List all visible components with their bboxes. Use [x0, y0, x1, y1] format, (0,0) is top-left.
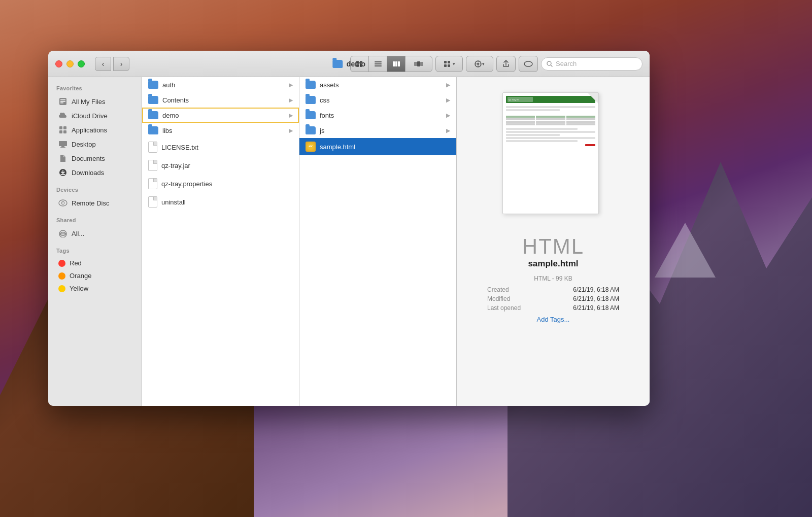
sidebar-item-remote-disc[interactable]: Remote Disc — [50, 196, 140, 210]
file-label-qz-jar: qz-tray.jar — [161, 162, 293, 169]
tag-button-group — [519, 56, 538, 72]
downloads-icon — [58, 168, 67, 177]
file-label-css: css — [320, 96, 442, 104]
file-item-assets[interactable]: assets ▶ — [299, 77, 456, 92]
action-button-group: ▾ — [466, 56, 493, 72]
list-view-button[interactable] — [369, 56, 387, 72]
desktop-icon — [58, 140, 67, 149]
yellow-tag-dot — [58, 285, 65, 292]
svg-rect-16 — [448, 64, 450, 67]
file-item-qz-jar[interactable]: qz-tray.jar — [142, 156, 299, 175]
svg-rect-4 — [375, 61, 382, 62]
search-placeholder: Search — [556, 60, 577, 67]
grid-options-button[interactable]: ▾ — [436, 56, 462, 72]
chevron-icon: ▶ — [446, 97, 450, 104]
tag-button[interactable] — [519, 56, 537, 72]
add-tags-button[interactable]: Add Tags... — [537, 316, 570, 323]
preview-metadata: Created 6/21/19, 6:18 AM Modified 6/21/1… — [487, 286, 619, 314]
svg-line-25 — [551, 65, 552, 66]
sidebar-item-documents[interactable]: Documents — [50, 151, 140, 165]
file-icon — [148, 196, 157, 208]
sidebar-label-applications: Applications — [72, 126, 107, 134]
sidebar-label-icloud-drive: iCloud Drive — [72, 112, 108, 120]
icloud-drive-icon — [58, 111, 67, 120]
file-item-qz-properties[interactable]: qz-tray.properties — [142, 175, 299, 193]
svg-rect-29 — [60, 102, 63, 104]
sidebar-item-applications[interactable]: Applications — [50, 123, 140, 137]
chevron-icon: ▶ — [446, 82, 450, 88]
svg-rect-15 — [444, 64, 447, 67]
svg-rect-14 — [448, 61, 450, 63]
column-view-button[interactable] — [387, 56, 405, 72]
sidebar-item-icloud-drive[interactable]: iCloud Drive — [50, 109, 140, 123]
sidebar-item-shared-all[interactable]: All... — [50, 226, 140, 240]
action-button[interactable]: ▾ — [466, 56, 493, 72]
all-files-icon — [58, 97, 67, 106]
file-item-uninstall[interactable]: uninstall — [142, 193, 299, 211]
file-label-demo: demo — [162, 112, 285, 119]
main-content: Favorites All My Files — [48, 77, 650, 406]
file-label-assets: assets — [320, 81, 442, 89]
created-value: 6/21/19, 6:18 AM — [573, 286, 619, 293]
file-item-sample-html[interactable]: sample.html — [299, 138, 456, 155]
modified-label: Modified — [487, 295, 510, 302]
svg-rect-27 — [60, 99, 65, 100]
svg-rect-6 — [375, 65, 382, 66]
sidebar: Favorites All My Files — [48, 77, 142, 406]
file-label-contents: Contents — [162, 96, 285, 104]
minimize-button[interactable] — [66, 60, 74, 67]
svg-rect-33 — [63, 126, 66, 129]
sidebar-label-remote-disc: Remote Disc — [72, 199, 109, 207]
preview-type-size: HTML - 99 KB — [534, 275, 572, 282]
share-button[interactable] — [497, 56, 515, 72]
documents-icon — [58, 154, 67, 163]
last-opened-row: Last opened 6/21/19, 6:18 AM — [487, 304, 619, 312]
forward-button[interactable]: › — [113, 57, 129, 71]
navigation-buttons: ‹ › — [95, 57, 129, 71]
sidebar-item-desktop[interactable]: Desktop — [50, 137, 140, 151]
sidebar-label-all-shared: All... — [72, 230, 84, 237]
svg-rect-35 — [61, 146, 64, 147]
file-item-demo[interactable]: demo ▶ — [142, 108, 299, 123]
sidebar-item-all-my-files[interactable]: All My Files — [50, 94, 140, 109]
folder-icon — [306, 126, 316, 134]
grid-view-button-group: ▾ — [435, 56, 463, 72]
file-item-contents[interactable]: Contents ▶ — [142, 92, 299, 108]
file-label-auth: auth — [162, 81, 285, 89]
svg-rect-34 — [59, 141, 67, 146]
traffic-lights — [55, 60, 85, 67]
sidebar-item-tag-orange[interactable]: Orange — [50, 269, 140, 282]
sidebar-item-tag-red[interactable]: Red — [50, 257, 140, 269]
coverflow-view-button[interactable] — [405, 56, 432, 72]
svg-rect-28 — [60, 101, 65, 102]
back-button[interactable]: ‹ — [95, 57, 111, 71]
file-label-license: LICENSE.txt — [161, 144, 293, 151]
folder-icon — [148, 126, 158, 134]
red-tag-dot — [58, 260, 65, 267]
file-item-auth[interactable]: auth ▶ — [142, 77, 299, 92]
file-item-license[interactable]: LICENSE.txt — [142, 138, 299, 156]
svg-rect-12 — [420, 62, 423, 66]
devices-label: Devices — [48, 185, 142, 196]
doc-corner-fold — [588, 93, 598, 103]
file-icon — [148, 160, 157, 171]
modified-value: 6/21/19, 6:18 AM — [573, 295, 619, 302]
file-item-fonts[interactable]: fonts ▶ — [299, 108, 456, 123]
column-1: auth ▶ Contents ▶ demo ▶ libs ▶ LICENSE.… — [142, 77, 299, 406]
folder-icon — [148, 81, 158, 89]
file-item-libs[interactable]: libs ▶ — [142, 123, 299, 138]
sidebar-label-all-my-files: All My Files — [72, 98, 105, 106]
folder-icon — [306, 96, 316, 104]
file-label-libs: libs — [162, 127, 285, 134]
file-label-js: js — [320, 127, 442, 134]
sidebar-item-downloads[interactable]: Downloads — [50, 165, 140, 180]
sidebar-item-tag-yellow[interactable]: Yellow — [50, 282, 140, 295]
file-item-js[interactable]: js ▶ — [299, 123, 456, 138]
close-button[interactable] — [55, 60, 62, 67]
column-2: assets ▶ css ▶ fonts ▶ js ▶ — [299, 77, 457, 406]
maximize-button[interactable] — [78, 60, 85, 67]
search-box[interactable]: Search — [541, 57, 642, 71]
svg-rect-7 — [393, 61, 395, 66]
svg-rect-30 — [59, 130, 62, 133]
file-item-css[interactable]: css ▶ — [299, 92, 456, 108]
